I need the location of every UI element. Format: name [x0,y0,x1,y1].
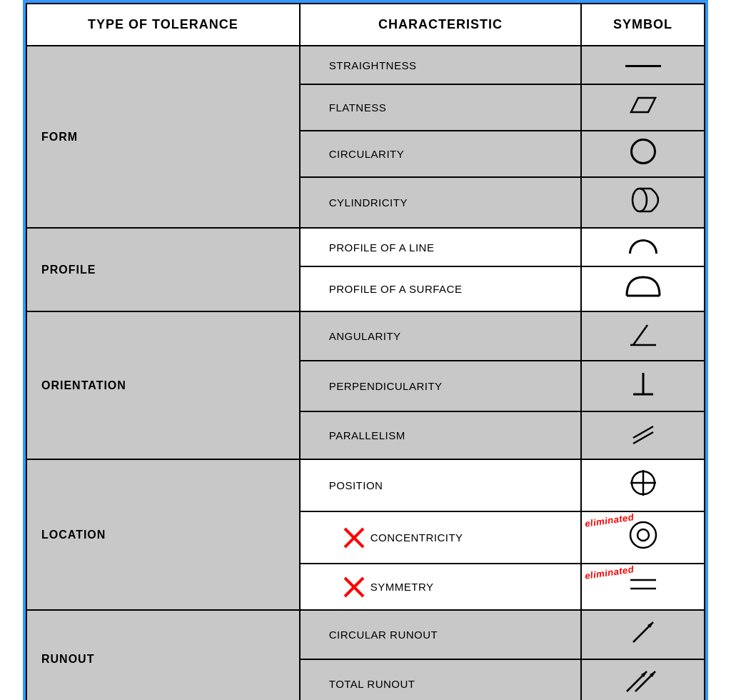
header-characteristic: CHARACTERISTIC [300,4,582,46]
char-label: SYMMETRY [370,581,434,593]
symbol-cell-circular-runout [581,610,705,659]
symbol-cell-profile-of-a-line [581,228,705,266]
char-cell-concentricity: CONCENTRICITY [300,511,582,564]
symbol-cell-position [581,459,705,511]
char-cell-straightness: STRAIGHTNESS [300,46,582,84]
symbol-cell-straightness [581,46,705,84]
symbol-cell-circularity [581,131,705,177]
char-cell-circular-runout: CIRCULAR RUNOUT [300,610,582,659]
char-label: CONCENTRICITY [370,531,463,544]
char-with-eliminated-x: SYMMETRY [329,576,574,598]
svg-line-6 [633,325,647,345]
svg-point-17 [637,529,649,541]
tolerance-table-container: TYPE OF TOLERANCE CHARACTERISTIC SYMBOL … [23,0,708,700]
type-cell-location: LOCATION [26,459,300,610]
svg-line-10 [633,432,653,444]
char-cell-position: POSITION [300,459,582,511]
symbol-cell-total-runout [581,659,705,700]
concentricity-symbol-icon [627,519,659,551]
eliminated-x-icon [343,576,365,598]
type-cell-runout: RUNOUT [26,610,300,700]
profile-surface-symbol-icon [624,274,662,299]
symbol-cell-flatness [581,84,705,131]
runout-total-symbol-icon [624,667,662,696]
char-cell-symmetry: SYMMETRY [300,564,582,610]
symbol-cell-symmetry: eliminated [581,564,705,610]
char-cell-cylindricity: CYLINDRICITY [300,177,582,228]
symbol-cell-concentricity: eliminated [581,511,705,564]
type-cell-orientation: ORIENTATION [26,311,300,459]
position-symbol-icon [627,467,659,499]
angularity-symbol-icon [627,319,659,348]
char-cell-perpendicularity: PERPENDICULARITY [300,361,582,411]
svg-line-9 [633,426,653,438]
parallelism-symbol-icon [630,419,656,446]
svg-point-16 [630,522,656,548]
eliminated-x-icon [343,527,365,549]
runout-single-symbol-icon [629,618,657,646]
svg-point-1 [632,189,647,211]
straightness-symbol-icon [625,65,661,67]
symbol-cell-profile-of-a-surface [581,266,705,311]
symbol-cell-parallelism [581,411,705,459]
char-cell-profile-of-a-line: PROFILE OF A LINE [300,228,582,266]
symbol-cell-perpendicularity [581,361,705,411]
char-cell-parallelism: PARALLELISM [300,411,582,459]
symbol-cell-cylindricity [581,177,705,228]
perpendicularity-symbol-icon [630,369,656,399]
symbol-cell-angularity [581,311,705,361]
header-symbol: SYMBOL [581,4,705,46]
char-cell-angularity: ANGULARITY [300,311,582,361]
char-cell-total-runout: TOTAL RUNOUT [300,659,582,700]
header-type: TYPE OF TOLERANCE [26,4,300,46]
char-cell-flatness: FLATNESS [300,84,582,131]
profile-line-symbol-icon [629,239,657,254]
type-cell-form: FORM [26,46,300,228]
cylindricity-symbol-icon [625,185,661,215]
svg-marker-0 [631,98,655,112]
symmetry-symbol-icon [627,571,659,597]
circularity-symbol-icon [630,139,656,164]
type-cell-profile: PROFILE [26,228,300,311]
char-cell-circularity: CIRCULARITY [300,131,582,177]
char-cell-profile-of-a-surface: PROFILE OF A SURFACE [300,266,582,311]
char-with-eliminated-x: CONCENTRICITY [329,527,574,549]
flatness-symbol-icon [625,92,661,118]
